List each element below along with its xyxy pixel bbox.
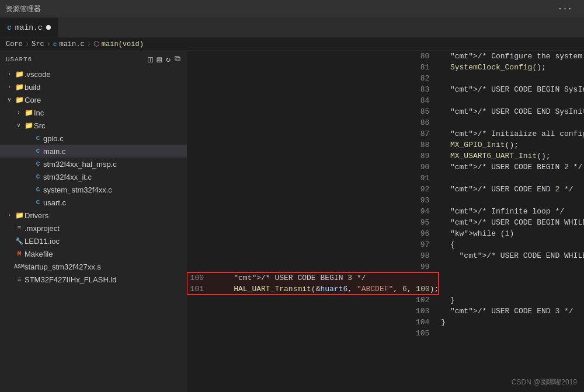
code-line-86: 86 bbox=[187, 117, 584, 128]
sidebar-item-led11ioc[interactable]: 🔧LED11.ioc bbox=[0, 235, 187, 247]
main-area: USART6 ◫ ▤ ↻ ⧉ ›📁.vscode›📁build∨📁Core›📁I… bbox=[0, 51, 584, 392]
sidebar-item-stm32f4xx_hal_msp[interactable]: Cstm32f4xx_hal_msp.c bbox=[0, 158, 187, 170]
tab-main-c[interactable]: c main.c bbox=[0, 18, 58, 37]
sidebar-item-inc[interactable]: ›📁Inc bbox=[0, 106, 187, 119]
asm-icon-startup: ASM bbox=[14, 262, 25, 271]
collapse-icon[interactable]: ⧉ bbox=[175, 54, 181, 64]
line-content-86 bbox=[439, 117, 584, 128]
code-line-80: 80 "cmt">/* Configure the system clock *… bbox=[187, 51, 584, 62]
line-number-85: 85 bbox=[187, 106, 439, 117]
sidebar-item-build[interactable]: ›📁build bbox=[0, 80, 187, 93]
line-content-98: "cmt">/* USER CODE END WHILE */ bbox=[439, 250, 584, 261]
c-icon-stm32f4xx_hal_msp: C bbox=[33, 160, 43, 168]
sidebar-item-ld[interactable]: ≡STM32F427IIHx_FLASH.ld bbox=[0, 273, 187, 286]
line-number-95: 95 bbox=[187, 217, 439, 228]
code-line-91: 91 bbox=[187, 173, 584, 184]
chevron-core: ∨ bbox=[5, 96, 14, 103]
line-content-99 bbox=[439, 261, 584, 272]
line-number-102: 102 bbox=[187, 295, 439, 306]
sidebar-label-inc: Inc bbox=[34, 108, 44, 117]
sidebar-label-stm32f4xx_it: stm32f4xx_it.c bbox=[43, 173, 92, 181]
sidebar-item-startup[interactable]: ASMstartup_stm32f427xx.s bbox=[0, 260, 187, 273]
sidebar-label-ld: STM32F427IIHx_FLASH.ld bbox=[25, 275, 117, 284]
c-icon-main: C bbox=[33, 147, 43, 155]
breadcrumb-file[interactable]: main.c bbox=[59, 40, 84, 48]
line-content-91 bbox=[439, 173, 584, 184]
new-folder-icon[interactable]: ▤ bbox=[157, 54, 162, 64]
refresh-icon[interactable]: ↻ bbox=[166, 54, 171, 64]
line-number-87: 87 bbox=[187, 128, 439, 139]
breadcrumb: Core › Src › c main.c › ⬡ main(void) bbox=[0, 38, 584, 51]
line-number-88: 88 bbox=[187, 139, 439, 150]
breadcrumb-src[interactable]: Src bbox=[32, 40, 44, 48]
breadcrumb-core[interactable]: Core bbox=[6, 40, 23, 48]
title-bar: 资源管理器 ··· bbox=[0, 0, 584, 18]
code-line-101: 101 HAL_UART_Transmit(&huart6, "ABCDEF",… bbox=[187, 284, 439, 295]
sidebar-item-main[interactable]: Cmain.c bbox=[0, 145, 187, 158]
code-line-92: 92 "cmt">/* USER CODE END 2 */ bbox=[187, 184, 584, 195]
c-icon-stm32f4xx_it: C bbox=[33, 173, 43, 181]
code-line-103: 103 "cmt">/* USER CODE END 3 */ bbox=[187, 306, 584, 317]
line-number-99: 99 bbox=[187, 261, 439, 272]
line-number-105: 105 bbox=[187, 328, 439, 339]
line-content-92: "cmt">/* USER CODE END 2 */ bbox=[439, 184, 584, 195]
folder-icon-vscode: 📁 bbox=[14, 70, 25, 79]
line-number-91: 91 bbox=[187, 173, 439, 184]
tab-filename: main.c bbox=[15, 23, 43, 32]
code-line-98: 98 "cmt">/* USER CODE END WHILE */ bbox=[187, 250, 584, 261]
title-bar-menu[interactable]: ··· bbox=[558, 4, 572, 13]
code-line-83: 83 "cmt">/* USER CODE BEGIN SysInit */ bbox=[187, 84, 584, 95]
code-line-96: 96 "kw">while (1) bbox=[187, 228, 584, 239]
editor-area[interactable]: 80 "cmt">/* Configure the system clock *… bbox=[187, 51, 584, 392]
line-content-94: "cmt">/* Infinite loop */ bbox=[439, 206, 584, 217]
file-icon-mxproject: ≡ bbox=[14, 224, 25, 232]
line-number-82: 82 bbox=[187, 73, 439, 84]
code-line-82: 82 bbox=[187, 73, 584, 84]
line-content-87: "cmt">/* Initialize all configured perip… bbox=[439, 128, 584, 139]
sidebar-label-build: build bbox=[25, 83, 40, 92]
line-number-104: 104 bbox=[187, 317, 439, 328]
new-file-icon[interactable]: ◫ bbox=[148, 54, 153, 64]
sidebar-item-usart[interactable]: Cusart.c bbox=[0, 196, 187, 209]
breadcrumb-function[interactable]: main(void) bbox=[102, 40, 144, 48]
line-number-93: 93 bbox=[187, 195, 439, 206]
sidebar-item-src[interactable]: ∨📁Src bbox=[0, 119, 187, 132]
chevron-src: ∨ bbox=[14, 122, 23, 129]
sidebar-items-container: ›📁.vscode›📁build∨📁Core›📁Inc∨📁SrcCgpio.cC… bbox=[0, 68, 187, 286]
sidebar-label-led11ioc: LED11.ioc bbox=[25, 237, 60, 246]
line-number-94: 94 bbox=[187, 206, 439, 217]
sidebar-item-system_stm32f4xx[interactable]: Csystem_stm32f4xx.c bbox=[0, 183, 187, 196]
sidebar-item-makefile[interactable]: MMakefile bbox=[0, 247, 187, 260]
chevron-drivers: › bbox=[5, 212, 14, 219]
folder-icon-build: 📁 bbox=[14, 83, 25, 92]
line-number-101: 101 bbox=[187, 284, 213, 295]
line-number-103: 103 bbox=[187, 306, 439, 317]
sidebar-label-makefile: Makefile bbox=[25, 250, 53, 258]
line-number-90: 90 bbox=[187, 162, 439, 173]
folder-icon-drivers: 📁 bbox=[14, 211, 25, 220]
sidebar-item-stm32f4xx_it[interactable]: Cstm32f4xx_it.c bbox=[0, 170, 187, 183]
sidebar-item-mxproject[interactable]: ≡.mxproject bbox=[0, 222, 187, 235]
c-file-icon: c bbox=[7, 23, 12, 32]
line-content-100: "cmt">/* USER CODE BEGIN 3 */ bbox=[213, 272, 439, 284]
ld-icon-ld: ≡ bbox=[14, 275, 25, 284]
line-content-97: { bbox=[439, 239, 584, 250]
line-number-98: 98 bbox=[187, 250, 439, 261]
sidebar-item-vscode[interactable]: ›📁.vscode bbox=[0, 68, 187, 80]
folder-icon-inc: 📁 bbox=[23, 108, 34, 117]
line-content-82 bbox=[439, 73, 584, 84]
sidebar-label-drivers: Drivers bbox=[25, 211, 48, 220]
line-number-80: 80 bbox=[187, 51, 439, 62]
sidebar-item-core[interactable]: ∨📁Core bbox=[0, 93, 187, 106]
sidebar-label-main: main.c bbox=[43, 147, 65, 156]
line-content-96: "kw">while (1) bbox=[439, 228, 584, 239]
sidebar-item-gpio[interactable]: Cgpio.c bbox=[0, 132, 187, 145]
sidebar-header: USART6 ◫ ▤ ↻ ⧉ bbox=[0, 51, 187, 68]
sidebar-item-drivers[interactable]: ›📁Drivers bbox=[0, 209, 187, 222]
code-line-85: 85 "cmt">/* USER CODE END SysInit */ bbox=[187, 106, 584, 117]
line-content-104: } bbox=[439, 317, 584, 328]
line-content-85: "cmt">/* USER CODE END SysInit */ bbox=[439, 106, 584, 117]
sidebar-label-gpio: gpio.c bbox=[43, 134, 64, 143]
folder-icon-src: 📁 bbox=[23, 121, 34, 130]
line-number-92: 92 bbox=[187, 184, 439, 195]
